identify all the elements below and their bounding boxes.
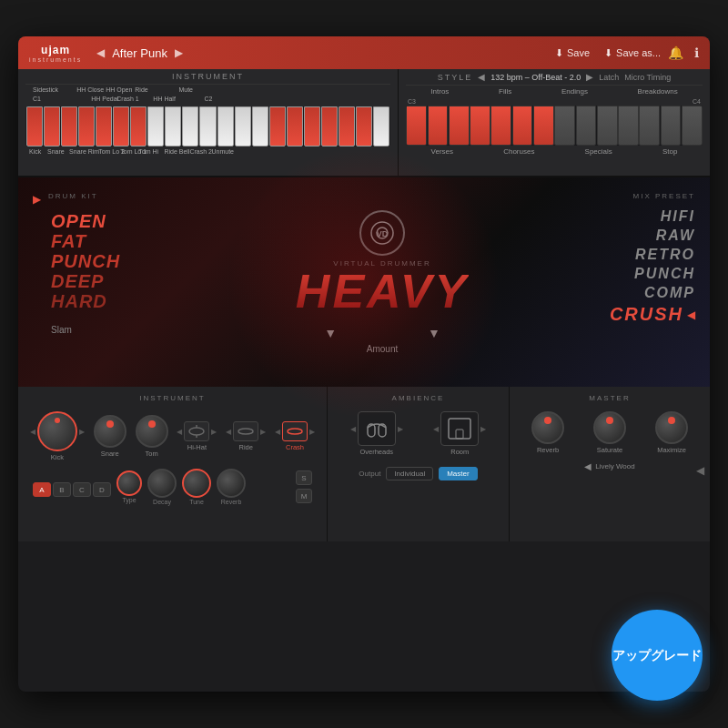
mix-preset-crush[interactable]: CRUSH: [610, 304, 683, 325]
room-prev-arrow[interactable]: ◀: [433, 425, 439, 433]
ride-prev-arrow[interactable]: ◀: [226, 428, 231, 436]
white-key-13[interactable]: [235, 106, 251, 147]
latch-label[interactable]: Latch: [599, 73, 619, 82]
white-key-9[interactable]: [165, 106, 181, 147]
decay-knob[interactable]: [147, 469, 177, 498]
white-key-21[interactable]: [373, 106, 389, 147]
channel-b-button[interactable]: B: [53, 482, 71, 497]
tune-knob[interactable]: [182, 469, 211, 498]
style-cat-verses[interactable]: Verses: [431, 147, 453, 156]
drum-kit-play-icon[interactable]: ▶: [33, 193, 41, 206]
style-cat-stop[interactable]: Stop: [662, 147, 677, 156]
style-key-4[interactable]: [470, 106, 490, 146]
drum-kit-hard[interactable]: HARD: [51, 291, 204, 311]
info-icon[interactable]: ℹ: [694, 46, 699, 60]
tom-knob[interactable]: [136, 415, 168, 448]
style-key-7[interactable]: [533, 106, 554, 146]
crash-prev-arrow[interactable]: ◀: [275, 428, 280, 436]
white-key-20[interactable]: [356, 106, 372, 147]
preset-prev-button[interactable]: ◀: [96, 46, 105, 59]
white-key-14[interactable]: [252, 106, 268, 147]
drum-kit-fat[interactable]: FAT: [51, 231, 204, 251]
style-cat-fills[interactable]: Fills: [499, 87, 511, 96]
white-key-2[interactable]: [44, 106, 60, 147]
white-key-17[interactable]: [304, 106, 320, 147]
drum-kit-punch[interactable]: PUNCH: [51, 251, 204, 271]
drum-kit-deep[interactable]: DEEP: [51, 271, 204, 291]
reverb-knob[interactable]: [531, 411, 564, 444]
type-knob[interactable]: [116, 470, 142, 496]
instrument-keyboard[interactable]: [25, 106, 390, 147]
style-key-1[interactable]: [406, 106, 427, 146]
micro-timing-label[interactable]: Micro Timing: [624, 73, 671, 82]
white-key-3[interactable]: [61, 106, 77, 147]
mix-preset-retro[interactable]: RETRO: [635, 247, 695, 263]
drum-kit-open[interactable]: OPEN: [51, 211, 204, 231]
white-key-6[interactable]: [113, 106, 129, 147]
white-key-18[interactable]: [321, 106, 338, 147]
style-cat-choruses[interactable]: Choruses: [503, 147, 534, 156]
style-cat-intros[interactable]: Intros: [430, 87, 449, 96]
vd-prev-arrow[interactable]: ▼: [324, 326, 337, 340]
white-key-8[interactable]: [147, 106, 164, 147]
saturate-knob[interactable]: [593, 411, 626, 444]
white-key-1[interactable]: [26, 106, 43, 147]
white-key-11[interactable]: [199, 106, 216, 147]
upgrade-badge[interactable]: アップグレード: [612, 610, 703, 701]
white-key-7[interactable]: [130, 106, 147, 147]
style-key-8[interactable]: [554, 106, 575, 146]
room-next-arrow[interactable]: ▶: [480, 425, 486, 433]
channel-d-button[interactable]: D: [93, 482, 111, 497]
white-key-16[interactable]: [287, 106, 303, 147]
channel-c-button[interactable]: C: [73, 482, 91, 497]
kick-knob[interactable]: [37, 411, 77, 451]
style-key-2[interactable]: [428, 106, 449, 146]
crash-next-arrow[interactable]: ▶: [309, 428, 315, 436]
style-key-12[interactable]: [639, 106, 660, 146]
white-key-15[interactable]: [269, 106, 286, 147]
style-key-9[interactable]: [576, 106, 597, 146]
style-keyboard[interactable]: [406, 106, 703, 146]
maximize-knob[interactable]: [655, 411, 688, 444]
white-key-12[interactable]: [217, 106, 234, 147]
save-as-button[interactable]: ⬇ Save as...: [604, 47, 661, 59]
style-key-5[interactable]: [490, 106, 511, 146]
kick-prev-arrow[interactable]: ◀: [30, 428, 35, 436]
solo-button[interactable]: S: [296, 470, 312, 485]
save-button[interactable]: ⬇ Save: [555, 47, 590, 59]
style-next[interactable]: ▶: [586, 72, 593, 82]
mix-preset-raw[interactable]: RAW: [656, 228, 695, 244]
individual-output-button[interactable]: Individual: [386, 467, 433, 480]
mix-preset-punch[interactable]: PUNCH: [634, 266, 695, 282]
hihat-next-arrow[interactable]: ▶: [211, 428, 217, 436]
vd-next-arrow[interactable]: ▼: [428, 326, 440, 340]
lively-wood-prev-arrow[interactable]: ◀: [584, 461, 592, 471]
style-key-10[interactable]: [597, 106, 618, 146]
mute-button[interactable]: M: [296, 489, 312, 503]
snare-knob[interactable]: [94, 415, 126, 448]
master-panel-arrow[interactable]: ◀: [696, 464, 704, 477]
style-key-3[interactable]: [449, 106, 470, 146]
white-key-19[interactable]: [339, 106, 355, 147]
kick-next-arrow[interactable]: ▶: [79, 428, 85, 436]
mix-preset-arrow[interactable]: ◀: [687, 308, 695, 321]
mix-preset-hifi[interactable]: HIFI: [661, 208, 695, 225]
white-key-4[interactable]: [78, 106, 95, 147]
overheads-prev-arrow[interactable]: ◀: [350, 425, 356, 433]
mix-preset-comp[interactable]: COMP: [644, 285, 695, 301]
style-cat-specials[interactable]: Specials: [585, 147, 612, 156]
hihat-prev-arrow[interactable]: ◀: [177, 428, 182, 436]
preset-next-button[interactable]: ▶: [175, 46, 183, 59]
style-key-14[interactable]: [682, 106, 703, 146]
channel-a-button[interactable]: A: [33, 482, 51, 497]
style-key-13[interactable]: [661, 106, 682, 146]
white-key-10[interactable]: [182, 106, 198, 147]
overheads-next-arrow[interactable]: ▶: [398, 425, 403, 433]
white-key-5[interactable]: [96, 106, 112, 147]
master-output-button[interactable]: Master: [439, 467, 477, 480]
style-prev[interactable]: ◀: [478, 72, 485, 82]
style-cat-breakdowns[interactable]: Breakdowns: [638, 87, 678, 96]
inst-reverb-knob[interactable]: [217, 469, 246, 498]
style-key-11[interactable]: [618, 106, 639, 146]
bell-icon[interactable]: 🔔: [668, 46, 683, 60]
